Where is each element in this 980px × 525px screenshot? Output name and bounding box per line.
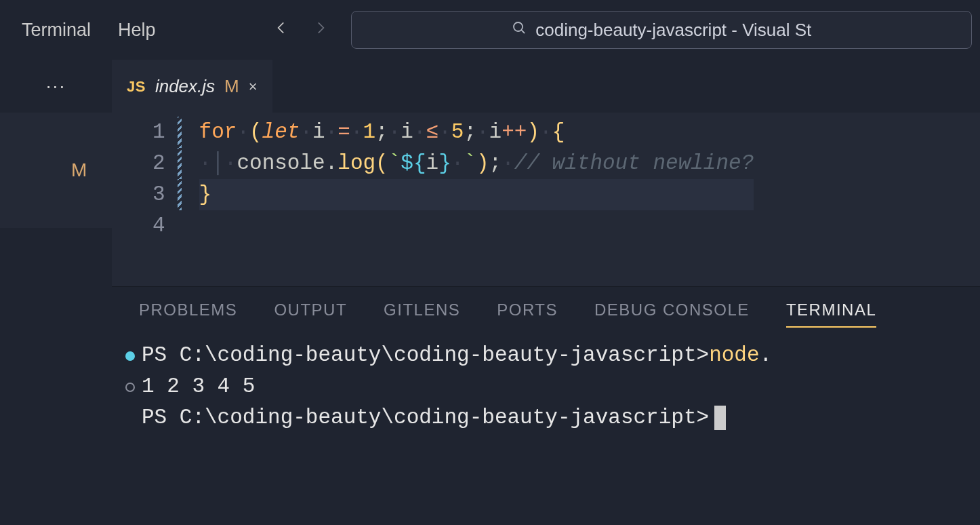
line-number-gutter: 1 2 3 4 <box>112 117 178 286</box>
command-center[interactable]: coding-beauty-javascript - Visual St <box>351 11 972 49</box>
panel-tabbar: PROBLEMS OUTPUT GITLENS PORTS DEBUG CONS… <box>112 287 980 328</box>
integrated-terminal[interactable]: PS C:\coding-beauty\coding-beauty-javasc… <box>112 328 980 433</box>
tab-filename: index.js <box>155 76 215 97</box>
terminal-output-marker-icon <box>121 371 139 402</box>
file-js-icon: JS <box>127 78 146 96</box>
code-body[interactable]: for·(let·i·=·1;·i·≤·5;·i++)·{ ·│·console… <box>199 117 754 286</box>
terminal-cursor[interactable] <box>714 406 726 430</box>
close-icon[interactable]: × <box>249 78 258 96</box>
more-icon[interactable]: ··· <box>46 75 66 97</box>
explorer-actions[interactable]: ··· <box>0 75 112 97</box>
nav-forward-icon[interactable] <box>310 19 331 41</box>
tab-bar: ··· JS index.js M × <box>0 60 980 113</box>
code-line-2[interactable]: ·│·console.log(`${i}·`);·// without newl… <box>199 148 754 179</box>
tab-debug-console[interactable]: DEBUG CONSOLE <box>594 300 750 326</box>
nav-arrows <box>271 19 331 41</box>
title-bar: Terminal Help coding-beauty-javascript -… <box>0 0 980 60</box>
terminal-prompt: PS C:\coding-beauty\coding-beauty-javasc… <box>142 340 709 371</box>
terminal-prompt-2: PS C:\coding-beauty\coding-beauty-javasc… <box>142 402 709 433</box>
terminal-cmd-marker-icon <box>121 340 139 371</box>
menu-help[interactable]: Help <box>104 14 169 46</box>
tab-output[interactable]: OUTPUT <box>274 300 347 326</box>
nav-back-icon[interactable] <box>271 19 291 41</box>
tab-modified-badge: M <box>224 76 239 97</box>
sidebar-modified-badge: M <box>71 159 87 181</box>
editor-tab-indexjs[interactable]: JS index.js M × <box>112 60 272 113</box>
code-editor[interactable]: 1 2 3 4 for·(let·i·=·1;·i·≤·5;·i++)·{ ·│… <box>112 113 980 286</box>
bottom-panel: PROBLEMS OUTPUT GITLENS PORTS DEBUG CONS… <box>112 286 980 525</box>
git-gutter <box>178 117 182 286</box>
search-text: coding-beauty-javascript - Visual St <box>535 20 811 41</box>
code-line-3[interactable]: } <box>199 179 754 210</box>
tab-ports[interactable]: PORTS <box>497 300 558 326</box>
tab-terminal[interactable]: TERMINAL <box>786 300 876 328</box>
menu-terminal[interactable]: Terminal <box>8 14 104 46</box>
explorer-sidebar: M <box>0 113 112 525</box>
terminal-output: 1 2 3 4 5 <box>142 371 255 402</box>
sidebar-item-indexjs[interactable]: M <box>0 113 112 228</box>
svg-line-1 <box>521 30 525 33</box>
terminal-cmd-node: node <box>709 340 759 371</box>
tab-gitlens[interactable]: GITLENS <box>384 300 460 326</box>
code-line-1[interactable]: for·(let·i·=·1;·i·≤·5;·i++)·{ <box>199 117 754 148</box>
terminal-cmd-args: . <box>760 340 773 371</box>
svg-point-0 <box>514 22 523 31</box>
tab-problems[interactable]: PROBLEMS <box>139 300 237 326</box>
code-line-4[interactable] <box>199 210 754 241</box>
search-icon <box>511 20 527 40</box>
